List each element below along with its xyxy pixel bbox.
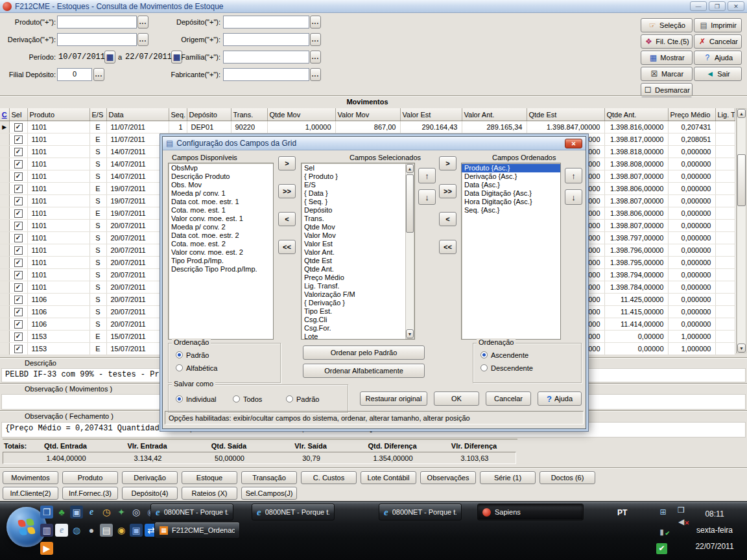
radio-Padrão[interactable]: Padrão — [176, 351, 209, 359]
row-checkbox[interactable]: ✓ — [14, 234, 23, 242]
scroll-thumb[interactable] — [406, 174, 414, 233]
mouse-icon[interactable]: ● — [85, 524, 98, 537]
row-checkbox[interactable]: ✓ — [14, 320, 23, 329]
origem-input[interactable] — [223, 33, 309, 46]
nav-button-C. Custos[interactable]: C. Custos — [301, 471, 357, 484]
radio-Alfabética[interactable]: Alfabética — [176, 364, 217, 372]
ultraedit-icon[interactable]: ◉ — [115, 524, 128, 537]
list-item[interactable]: { Data } — [302, 189, 405, 198]
taskbar-button[interactable]: e0800NET - Porque t... — [379, 504, 462, 520]
nav-button-Doctos (6)[interactable]: Doctos (6) — [540, 471, 595, 484]
produto-input[interactable] — [57, 16, 137, 29]
column-header-Qtde Ant.[interactable]: Qtde Ant. — [604, 108, 668, 121]
list-item[interactable]: Qtde Est — [302, 257, 405, 265]
nav-button-Sel.Campos(J)[interactable]: Sel.Campos(J) — [241, 487, 297, 500]
radio-Descendente[interactable]: Descendente — [480, 364, 533, 372]
column-header-Seq.[interactable]: Seq. — [169, 108, 187, 121]
list-item[interactable]: Valor conv. moe. est. 1 — [169, 215, 273, 223]
selected-fields-list[interactable]: Sel{ Produto }E/S{ Data }{ Seq. }Depósit… — [301, 163, 415, 340]
outlook-clock-icon[interactable]: ◷ — [100, 506, 113, 519]
periodo-from-calendar-button[interactable]: ▦ — [104, 51, 115, 64]
dialog-titlebar[interactable]: ▤ Configuração dos Campos da Grid ✕ — [163, 137, 586, 150]
usb-device-icon[interactable]: ▮✔ — [656, 527, 667, 538]
scroll-thumb[interactable] — [737, 154, 746, 206]
tree-app-icon[interactable]: ♣ — [55, 506, 68, 519]
row-checkbox[interactable]: ✓ — [14, 135, 23, 144]
column-header-Preço Médio[interactable]: Preço Médio — [668, 108, 715, 121]
fabricante-input[interactable] — [223, 68, 309, 81]
deposito-browse-button[interactable]: ... — [310, 16, 321, 29]
origem-browse-button[interactable]: ... — [310, 33, 321, 46]
list-item[interactable]: Lote — [302, 332, 405, 340]
column-header-Sel[interactable]: Sel — [9, 108, 27, 121]
list-item[interactable]: Qtde Mov — [302, 223, 405, 231]
filial-deposito-input[interactable]: 0 — [57, 68, 92, 81]
column-header-Qtde Mov[interactable]: Qtde Mov — [267, 108, 335, 121]
radio-Individual[interactable]: Individual — [176, 395, 216, 403]
move-all-right-button[interactable]: >> — [439, 184, 456, 198]
list-item[interactable]: Moeda p/ conv. 1 — [169, 189, 273, 198]
row-checkbox[interactable]: ✓ — [14, 332, 23, 341]
list-item[interactable]: Hora Digitação {Asc.} — [462, 198, 560, 206]
row-checkbox[interactable]: ✓ — [14, 259, 23, 267]
row-checkbox[interactable]: ✓ — [14, 222, 23, 230]
nav-button-Transação[interactable]: Transação — [241, 471, 297, 484]
ordered-fields-list[interactable]: Produto {Asc.}Derivação {Asc.}Data {Asc.… — [461, 163, 561, 340]
familia-input[interactable] — [223, 51, 309, 64]
internet-explorer-icon[interactable]: e — [85, 506, 98, 519]
taskbar-button[interactable]: e0800NET - Porque t... — [252, 504, 335, 520]
list-item[interactable]: { Seq. } — [302, 198, 405, 206]
action-button-imprimir[interactable]: ▤Imprimir — [694, 18, 742, 32]
window-titlebar[interactable]: F212CME - Estoques - Consulta de Movimen… — [0, 0, 747, 13]
list-item[interactable]: Sel — [302, 164, 405, 172]
nav-button-Lote Contábil[interactable]: Lote Contábil — [361, 471, 416, 484]
filial-deposito-browse-button[interactable]: ... — [93, 68, 104, 81]
scroll-down-button[interactable]: ▼ — [737, 344, 746, 353]
list-item[interactable]: Cota. moe. est. 2 — [169, 240, 273, 248]
lpg-tool-icon[interactable]: ▥ — [40, 524, 53, 537]
list-item[interactable]: Descrição Tipo Prod.p/Imp. — [169, 265, 273, 274]
move-all-left-button[interactable]: << — [439, 240, 456, 254]
move-right-button[interactable]: > — [439, 156, 456, 170]
restore-button[interactable]: ❐ — [709, 1, 726, 11]
radio-Todos[interactable]: Todos — [233, 395, 262, 403]
nav-button-Inf.Cliente(2)[interactable]: Inf.Cliente(2) — [3, 487, 58, 500]
grid-vertical-scrollbar[interactable]: ▲ ▼ — [737, 108, 746, 353]
scroll-down-button[interactable]: ▼ — [406, 329, 414, 338]
nav-button-Rateios (X)[interactable]: Rateios (X) — [182, 487, 237, 500]
list-item[interactable]: Tipo Est. — [302, 307, 405, 316]
radio-Ascendente[interactable]: Ascendente — [480, 351, 528, 359]
dual-display-icon[interactable]: ❒ — [676, 505, 687, 516]
list-item[interactable]: { Derivação } — [302, 299, 405, 307]
muted-speaker-icon[interactable]: ◀✕ — [676, 517, 687, 528]
language-indicator[interactable]: PT — [617, 508, 627, 517]
table-row[interactable]: ▶✓1101E11/07/20111DEP01902201,00000867,0… — [0, 121, 735, 134]
move-down-button[interactable]: ↓ — [418, 189, 436, 205]
list-item[interactable]: Data cot. moe. estr. 1 — [169, 198, 273, 206]
action-button-fil-cte[interactable]: ❖Fil. Cte.(5) — [641, 34, 693, 49]
minimize-button[interactable]: — — [690, 1, 707, 11]
row-checkbox[interactable]: ✓ — [14, 148, 23, 156]
radio-Padrão[interactable]: Padrão — [286, 395, 319, 403]
familia-browse-button[interactable]: ... — [310, 51, 321, 64]
selected-list-scrollbar[interactable]: ▲ ▼ — [405, 163, 414, 339]
action-button-ajuda[interactable]: ?Ajuda — [694, 51, 742, 65]
list-item[interactable]: Lig. Transf. — [302, 282, 405, 290]
row-checkbox[interactable]: ✓ — [14, 172, 23, 181]
show-desktop-icon[interactable]: ❐ — [40, 506, 53, 519]
row-checkbox[interactable]: ✓ — [14, 197, 23, 205]
list-item[interactable]: Derivação {Asc.} — [462, 172, 560, 181]
search-icon[interactable]: ◎ — [130, 506, 143, 519]
move-up-button[interactable]: ↑ — [565, 168, 582, 183]
row-checkbox[interactable]: ✓ — [14, 308, 23, 316]
close-button[interactable]: ✕ — [728, 1, 744, 11]
ok-button[interactable]: OK — [434, 391, 479, 406]
network-tools-icon[interactable]: ◍ — [70, 524, 83, 537]
nav-button-Estoque[interactable]: Estoque — [182, 471, 237, 484]
list-item[interactable]: Qtde Ant. — [302, 265, 405, 274]
action-button-marcar[interactable]: ☒Marcar — [641, 67, 693, 81]
list-item[interactable]: Moeda p/ conv. 2 — [169, 223, 273, 231]
list-item[interactable]: Valor Est — [302, 240, 405, 248]
row-checkbox[interactable]: ✓ — [14, 160, 23, 169]
column-header-Produto[interactable]: Produto — [27, 108, 89, 121]
